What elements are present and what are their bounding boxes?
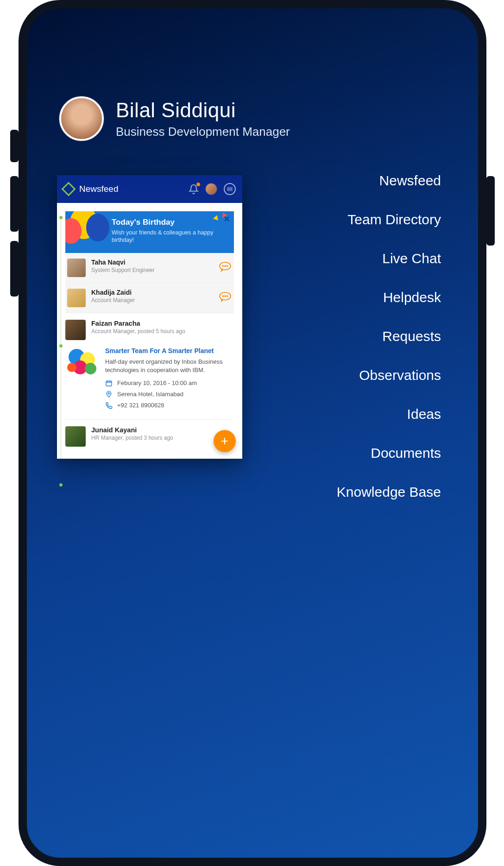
timeline-line [61, 217, 61, 459]
person-avatar [67, 289, 86, 307]
birthday-subtitle: Wish your friends & colleagues a happy b… [112, 229, 227, 244]
menu-item-live-chat[interactable]: Live Chat [337, 251, 441, 266]
svg-point-2 [225, 265, 226, 266]
newsfeed-title: Newsfeed [79, 184, 189, 194]
hamburger-icon[interactable] [224, 183, 236, 195]
power-button[interactable] [486, 176, 495, 246]
post-author-name: Junaid Kayani [91, 426, 173, 434]
newsfeed-header: Newsfeed [57, 175, 242, 203]
phone-icon [105, 402, 113, 409]
profile-name: Bilal Siddiqui [116, 99, 290, 122]
notification-badge [196, 182, 201, 187]
main-menu: Newsfeed Team Directory Live Chat Helpde… [337, 173, 441, 523]
post-meta: HR Manager, posted 3 hours ago [91, 435, 173, 441]
birthday-person[interactable]: Taha Naqvi System Support Engineer [65, 253, 234, 283]
menu-item-knowledge-base[interactable]: Knowledge Base [337, 484, 441, 500]
menu-item-helpdesk[interactable]: Helpdesk [337, 290, 441, 305]
app-logo-icon [61, 182, 76, 196]
post-location-row: Serena Hotel, Islamabad [105, 391, 232, 398]
svg-point-5 [223, 296, 224, 297]
add-post-button[interactable]: + [214, 430, 236, 452]
birthday-title: Today's Birthday [112, 218, 227, 227]
volume-down-button[interactable] [10, 241, 19, 297]
location-icon [105, 391, 113, 398]
volume-button[interactable] [10, 130, 19, 162]
birthday-person[interactable]: Khadija Zaidi Account Manager [65, 283, 234, 313]
post-phone: +92 321 8900628 [117, 402, 164, 409]
post-meta: Account Manager, posted 5 hours ago [91, 328, 185, 335]
profile-role: Business Development Manager [116, 125, 290, 139]
post-author-avatar [65, 320, 86, 340]
post-title: Smarter Team For A Smarter Planet [105, 347, 232, 355]
phone-screen: Bilal Siddiqui Business Development Mana… [19, 0, 486, 866]
birthday-banner: ✕ Today's Birthday Wish your friends & c… [65, 211, 234, 253]
svg-rect-8 [106, 381, 112, 386]
feed-post[interactable]: Junaid Kayani HR Manager, posted 3 hours… [65, 419, 234, 456]
svg-point-3 [227, 265, 228, 266]
profile-header[interactable]: Bilal Siddiqui Business Development Mana… [59, 96, 290, 141]
volume-up-button[interactable] [10, 176, 19, 232]
chat-icon[interactable] [218, 291, 232, 302]
post-location: Serena Hotel, Islamabad [117, 391, 183, 398]
birthday-people: Taha Naqvi System Support Engineer Khadi… [65, 253, 234, 313]
timeline-dot [59, 483, 63, 487]
menu-item-requests[interactable]: Requests [337, 329, 441, 344]
feed-post[interactable]: Faizan Paracha Account Manager, posted 5… [65, 313, 234, 419]
svg-point-9 [108, 392, 109, 394]
post-author-name: Faizan Paracha [91, 320, 185, 327]
menu-item-newsfeed[interactable]: Newsfeed [337, 173, 441, 189]
svg-point-7 [227, 296, 228, 297]
post-description: Half-day event organized by Inbox Busine… [105, 358, 232, 374]
menu-item-team-directory[interactable]: Team Directory [337, 212, 441, 228]
close-icon[interactable]: ✕ [223, 214, 230, 224]
menu-item-observations[interactable]: Observations [337, 367, 441, 383]
newsfeed-panel: Newsfeed ✕ Today's Birthday [57, 175, 242, 459]
post-date: Feburary 10, 2016 - 10:00 am [117, 379, 197, 386]
balloons-icon [65, 211, 116, 253]
menu-item-documents[interactable]: Documents [337, 445, 441, 461]
person-name: Taha Naqvi [91, 259, 213, 266]
plus-icon: + [221, 434, 228, 449]
chat-icon[interactable] [218, 261, 232, 272]
person-avatar [67, 259, 86, 277]
svg-point-1 [223, 265, 224, 266]
svg-point-6 [225, 296, 226, 297]
timeline-dot [59, 216, 63, 219]
post-date-row: Feburary 10, 2016 - 10:00 am [105, 379, 232, 387]
notifications-icon[interactable] [189, 184, 199, 194]
header-avatar[interactable] [205, 183, 217, 195]
calendar-icon [105, 379, 113, 387]
post-phone-row: +92 321 8900628 [105, 402, 232, 409]
person-name: Khadija Zaidi [91, 289, 213, 296]
timeline-dot [59, 344, 63, 348]
menu-item-ideas[interactable]: Ideas [337, 406, 441, 422]
person-role: Account Manager [91, 297, 213, 303]
profile-avatar[interactable] [59, 96, 104, 141]
newsfeed-body: ✕ Today's Birthday Wish your friends & c… [57, 203, 242, 459]
post-author-avatar [65, 426, 86, 447]
post-thumbnail [66, 347, 99, 379]
person-role: System Support Engineer [91, 267, 213, 273]
